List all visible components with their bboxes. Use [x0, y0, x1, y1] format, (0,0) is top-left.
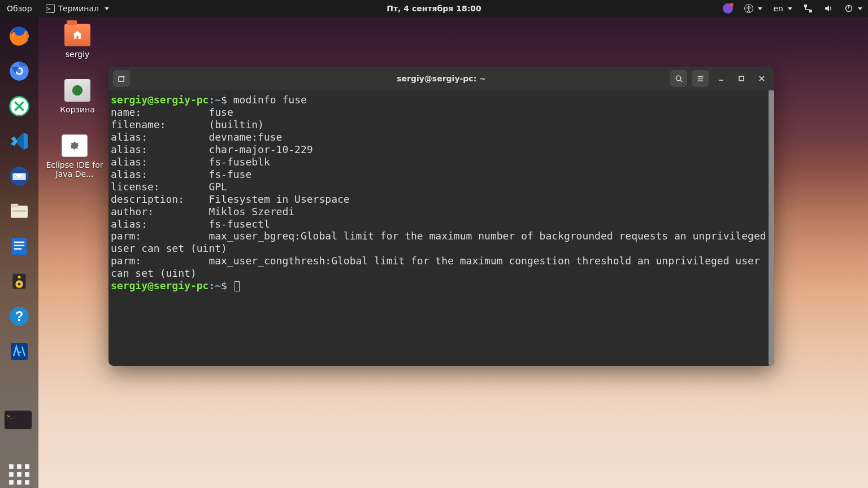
svg-rect-27	[739, 76, 744, 81]
thunderbird-icon	[8, 165, 31, 188]
chevron-down-icon	[105, 7, 109, 10]
desktop-home-label: sergiy	[46, 50, 108, 59]
terminal-output[interactable]: sergiy@sergiy-pc:~$ modinfo fuse name: f…	[108, 90, 774, 366]
svg-text:?: ?	[15, 309, 23, 324]
dock-files[interactable]	[6, 198, 33, 225]
trash-icon	[64, 79, 90, 102]
svg-rect-15	[14, 242, 24, 243]
top-panel: Обзор >_ Терминал Пт, 4 сентября 18:00 e…	[0, 0, 868, 17]
svg-point-0	[748, 6, 749, 7]
dock-vscode[interactable]	[6, 128, 33, 155]
svg-rect-24	[11, 343, 28, 360]
tray-network[interactable]	[798, 4, 818, 13]
dock-libreoffice-writer[interactable]	[6, 233, 33, 260]
window-maximize-button[interactable]	[734, 71, 749, 86]
svg-point-26	[676, 76, 680, 80]
app-menu-button[interactable]: >_ Терминал	[39, 0, 116, 17]
virtualbox-icon	[8, 340, 31, 363]
terminal-window: sergiy@sergiy-pc: ~ sergiy@sergiy-pc:~$ …	[108, 67, 774, 366]
new-tab-icon	[118, 75, 126, 83]
new-tab-button[interactable]	[113, 70, 130, 87]
svg-rect-12	[11, 204, 18, 208]
dock-remote-desktop[interactable]	[6, 93, 33, 120]
network-wired-icon	[804, 4, 813, 13]
minimize-icon	[718, 75, 724, 82]
lang-label: en	[774, 4, 784, 13]
accessibility-icon	[744, 4, 753, 13]
hamburger-icon	[696, 75, 705, 83]
remote-icon	[8, 95, 31, 117]
maximize-icon	[738, 75, 745, 82]
desktop-launcher-icon	[62, 134, 88, 157]
svg-rect-1	[804, 5, 807, 7]
scrollbar-thumb[interactable]	[769, 90, 774, 366]
clock-label: Пт, 4 сентября 18:00	[387, 4, 481, 13]
window-minimize-button[interactable]	[713, 71, 729, 86]
svg-point-20	[18, 283, 21, 286]
desktop-trash-label: Корзина	[46, 105, 108, 114]
dock-firefox[interactable]	[6, 23, 33, 50]
terminal-icon: >_	[46, 4, 55, 13]
chevron-down-icon	[788, 7, 792, 10]
dock-show-applications[interactable]	[6, 461, 33, 488]
svg-rect-13	[12, 210, 25, 212]
desktop-eclipse-label: Eclipse IDE for Java De...	[41, 160, 108, 178]
dock: ? >_	[0, 17, 38, 488]
chevron-down-icon	[858, 7, 862, 10]
chromium-icon	[8, 60, 31, 82]
dock-chromium[interactable]	[6, 58, 33, 85]
speaker-icon	[8, 270, 31, 293]
terminal-titlebar[interactable]: sergiy@sergiy-pc: ~	[108, 67, 774, 90]
dock-help[interactable]: ?	[6, 303, 33, 330]
desktop-home-folder[interactable]: sergiy	[46, 24, 108, 59]
dock-thunderbird[interactable]	[6, 163, 33, 190]
svg-rect-25	[118, 76, 123, 81]
volume-icon	[824, 4, 833, 13]
firefox-icon	[8, 25, 31, 47]
svg-rect-16	[14, 245, 24, 247]
dock-virtualbox[interactable]	[6, 338, 33, 365]
hamburger-menu-button[interactable]	[692, 70, 709, 87]
activities-button[interactable]: Обзор	[0, 0, 39, 17]
dock-terminal-task[interactable]: >_	[5, 410, 32, 429]
tray-keyboard-layout[interactable]: en	[768, 4, 798, 13]
search-button[interactable]	[670, 70, 687, 87]
tray-volume[interactable]	[818, 4, 839, 13]
close-icon	[758, 75, 765, 82]
tray-accessibility[interactable]	[739, 4, 768, 13]
svg-rect-2	[809, 10, 812, 12]
desktop-eclipse[interactable]: Eclipse IDE for Java De...	[41, 134, 108, 178]
power-icon	[844, 4, 853, 13]
terminal-thumb-icon: >_	[7, 413, 13, 419]
folder-home-icon	[64, 24, 90, 46]
tray-viber[interactable]	[717, 3, 739, 14]
clock[interactable]: Пт, 4 сентября 18:00	[387, 4, 481, 13]
app-menu-label: Терминал	[58, 4, 99, 13]
chevron-down-icon	[758, 7, 762, 10]
activities-label: Обзор	[7, 4, 32, 13]
viber-icon	[723, 3, 733, 14]
svg-point-21	[18, 276, 21, 278]
help-icon: ?	[8, 305, 31, 328]
window-close-button[interactable]	[754, 71, 770, 86]
desktop-trash[interactable]: Корзина	[46, 79, 108, 114]
scrollbar-track[interactable]	[769, 90, 774, 366]
dock-rhythmbox[interactable]	[6, 268, 33, 295]
svg-rect-17	[14, 248, 21, 250]
writer-icon	[8, 235, 31, 258]
files-icon	[8, 200, 31, 223]
tray-power[interactable]	[839, 4, 868, 13]
search-icon	[675, 75, 683, 83]
vscode-icon	[8, 130, 31, 152]
terminal-title: sergiy@sergiy-pc: ~	[397, 74, 486, 83]
